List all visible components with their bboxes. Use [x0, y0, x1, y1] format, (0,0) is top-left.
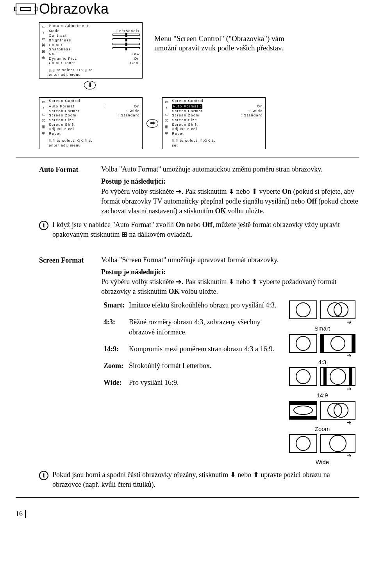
- osd-side-icons: ▭ ♪ ▭ ⌘ ⊞ ⊕: [40, 23, 48, 78]
- sound-icon: ♪: [41, 105, 46, 110]
- up-cursor-icon: ⬆: [252, 187, 257, 197]
- down-cursor-icon: ⬇: [229, 277, 234, 287]
- osd-screen-control-1: ▭ ♪ ▭ ⌘ ⊞ ⊕ Screen Control Auto Format:O…: [39, 97, 143, 149]
- timer-icon: ⊕: [41, 130, 46, 135]
- sound-icon: ♪: [164, 105, 170, 110]
- format-illustrations: ➔ Smart ➔ 4:3 ➔ 14:9: [285, 300, 359, 468]
- screen-icon: ▭: [41, 37, 46, 41]
- page-number: 16: [16, 509, 359, 518]
- note-crop: i Pokud jsou horní a spodní části obrazo…: [16, 470, 359, 490]
- separator: [16, 157, 359, 157]
- screen-icon: ▭: [164, 112, 170, 116]
- slider: [112, 43, 140, 45]
- format-options: Smart:Imitace efektu širokoúhlého obrazu…: [104, 300, 277, 468]
- fmt-smart-icon: ➔ Smart: [285, 300, 359, 332]
- page-title-row: Obrazovka: [16, 0, 359, 18]
- picture-icon: ▭: [164, 99, 170, 104]
- entry-auto-format: Auto Format Volba "Auto Format" umožňuje…: [16, 164, 359, 216]
- intro-text: Menu "Screen Control" ("Obrazovka") vám …: [154, 22, 303, 53]
- separator: [16, 497, 359, 498]
- osd-screen-control-2: ▭ ♪ ▭ ⌘ ⊞ ⊕ Screen Control Auto Format :…: [162, 97, 266, 149]
- format-button-icon: ⊞: [121, 230, 127, 239]
- note-auto-format: i I když jste v nabídce "Auto Format" zv…: [16, 220, 359, 239]
- down-arrow-icon: ⬇: [84, 81, 96, 89]
- setup-icon: ⊞: [41, 124, 46, 129]
- osd1-title: Picture Adjustment: [49, 24, 140, 29]
- screen-format-desc: Volba "Screen Format" umožňuje upravovat…: [101, 255, 359, 265]
- right-arrow-icon: ➡: [146, 119, 158, 128]
- fmt-zoom-icon: ➔ Zoom: [285, 401, 359, 433]
- up-cursor-icon: ⬆: [253, 470, 259, 480]
- procedure-heading: Postup je následující:: [101, 267, 359, 277]
- setup-icon: ⊞: [164, 124, 170, 129]
- slider: [112, 47, 140, 49]
- procedure-heading: Postup je následující:: [101, 177, 359, 186]
- slider: [112, 38, 140, 40]
- features-icon: ⌘: [41, 43, 46, 48]
- down-cursor-icon: ⬇: [229, 187, 234, 197]
- fmt-43-icon: ➔ 4:3: [285, 334, 359, 366]
- info-icon: i: [39, 471, 48, 480]
- down-cursor-icon: ⬇: [230, 470, 236, 480]
- screen-format-label: Screen Format: [39, 255, 96, 297]
- features-icon: ⌘: [41, 118, 46, 123]
- picture-icon: ▭: [41, 24, 46, 29]
- osd1-hint: ▯,▯ to select, OK,▯ to enter adj. menu: [49, 68, 140, 77]
- fmt-149-icon: ➔ 14:9: [285, 367, 359, 399]
- right-cursor-icon: ➔: [176, 187, 182, 197]
- slider: [112, 34, 140, 36]
- right-cursor-icon: ➔: [176, 277, 182, 287]
- separator: [16, 248, 359, 248]
- fmt-wide-icon: ➔ Wide: [285, 434, 359, 466]
- timer-icon: ⊕: [41, 55, 46, 60]
- up-cursor-icon: ⬆: [252, 277, 257, 287]
- auto-format-procedure: Po výběru volby stiskněte ➔. Pak stisknu…: [101, 187, 359, 216]
- screen-format-procedure: Po výběru volby stiskněte ➔. Pak stisknu…: [101, 277, 359, 297]
- page-title: Obrazovka: [39, 0, 109, 18]
- osd-picture-adjustment: ▭ ♪ ▭ ⌘ ⊞ ⊕ Picture Adjustment Mode: Per…: [39, 22, 143, 79]
- screen-icon: ▭: [41, 112, 46, 116]
- screen-icon: [16, 4, 36, 14]
- sound-icon: ♪: [41, 30, 46, 35]
- timer-icon: ⊕: [164, 130, 170, 135]
- auto-format-desc: Volba "Auto Format" umožňuje automaticko…: [101, 164, 359, 174]
- picture-icon: ▭: [41, 99, 46, 104]
- setup-icon: ⊞: [41, 49, 46, 54]
- entry-screen-format: Screen Format Volba "Screen Format" umož…: [16, 255, 359, 297]
- features-icon: ⌘: [164, 118, 170, 123]
- auto-format-label: Auto Format: [39, 164, 96, 216]
- info-icon: i: [39, 221, 48, 230]
